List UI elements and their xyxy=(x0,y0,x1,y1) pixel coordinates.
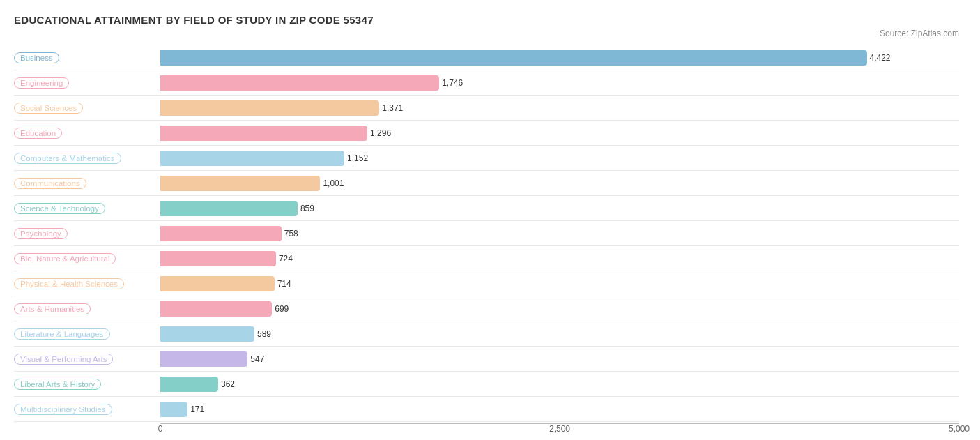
bar-fill xyxy=(160,226,282,241)
bar-label: Engineering xyxy=(14,77,160,89)
bar-container: 724 xyxy=(160,251,959,266)
bar-row: Communications1,001 xyxy=(14,171,959,196)
bar-fill xyxy=(160,377,218,392)
bar-row: Liberal Arts & History362 xyxy=(14,372,959,397)
bar-row: Physical & Health Sciences714 xyxy=(14,271,959,296)
bar-fill xyxy=(160,176,320,191)
bar-fill xyxy=(160,276,275,291)
x-axis-tick: 0 xyxy=(158,424,163,434)
bar-value-label: 171 xyxy=(187,404,204,414)
bar-value-label: 758 xyxy=(282,229,298,238)
bar-value-label: 714 xyxy=(275,279,291,289)
bar-label: Communications xyxy=(14,178,160,189)
bar-label: Liberal Arts & History xyxy=(14,379,160,390)
bar-label: Multidisciplinary Studies xyxy=(14,404,160,415)
bar-value-label: 859 xyxy=(298,204,314,213)
bar-container: 758 xyxy=(160,226,959,241)
bar-label: Computers & Mathematics xyxy=(14,153,160,164)
bar-container: 1,001 xyxy=(160,176,959,191)
bar-fill xyxy=(160,151,344,166)
bar-container: 1,296 xyxy=(160,126,959,141)
bar-row: Psychology758 xyxy=(14,221,959,246)
x-axis-tick: 5,000 xyxy=(949,424,970,434)
bar-fill xyxy=(160,126,367,141)
bar-container: 699 xyxy=(160,301,959,317)
bar-fill xyxy=(160,100,379,116)
bar-value-label: 1,001 xyxy=(320,179,344,188)
bar-label: Visual & Performing Arts xyxy=(14,354,160,365)
bar-row: Bio, Nature & Agricultural724 xyxy=(14,246,959,271)
chart-title: EDUCATIONAL ATTAINMENT BY FIELD OF STUDY… xyxy=(14,14,959,26)
bar-label: Education xyxy=(14,128,160,139)
bar-container: 171 xyxy=(160,402,959,417)
bar-label: Social Sciences xyxy=(14,103,160,114)
bar-fill xyxy=(160,351,247,367)
bar-row: Science & Technology859 xyxy=(14,196,959,221)
bar-value-label: 1,296 xyxy=(367,128,391,138)
bar-row: Business4,422 xyxy=(14,45,959,70)
bar-row: Social Sciences1,371 xyxy=(14,96,959,121)
x-axis: 02,5005,000 xyxy=(160,423,959,440)
bar-row: Visual & Performing Arts547 xyxy=(14,347,959,372)
bar-value-label: 1,152 xyxy=(344,153,368,163)
bar-label: Bio, Nature & Agricultural xyxy=(14,253,160,264)
bar-value-label: 724 xyxy=(276,254,293,264)
bar-label: Business xyxy=(14,52,160,63)
bar-row: Literature & Languages589 xyxy=(14,321,959,347)
bar-row: Education1,296 xyxy=(14,121,959,146)
bar-container: 547 xyxy=(160,351,959,367)
bar-container: 1,746 xyxy=(160,75,959,91)
bar-fill xyxy=(160,326,254,342)
x-axis-tick: 2,500 xyxy=(549,424,570,434)
chart-area: Business4,422Engineering1,746Social Scie… xyxy=(14,45,959,422)
source-line: Source: ZipAtlas.com xyxy=(14,29,959,38)
bar-row: Arts & Humanities699 xyxy=(14,296,959,321)
bar-label: Arts & Humanities xyxy=(14,303,160,314)
bar-container: 714 xyxy=(160,276,959,291)
bar-fill xyxy=(160,201,298,216)
bar-label: Psychology xyxy=(14,228,160,239)
bar-fill xyxy=(160,50,867,66)
bar-row: Computers & Mathematics1,152 xyxy=(14,146,959,171)
bar-value-label: 699 xyxy=(272,304,289,314)
bar-label: Literature & Languages xyxy=(14,328,160,340)
bar-container: 589 xyxy=(160,326,959,342)
bar-row: Engineering1,746 xyxy=(14,70,959,96)
bar-label: Science & Technology xyxy=(14,203,160,214)
bar-value-label: 547 xyxy=(247,354,264,364)
bar-fill xyxy=(160,402,187,417)
bar-fill xyxy=(160,251,276,266)
bar-label: Physical & Health Sciences xyxy=(14,278,160,289)
bar-row: Multidisciplinary Studies171 xyxy=(14,397,959,422)
bar-fill xyxy=(160,75,439,91)
bar-value-label: 362 xyxy=(218,379,235,389)
bar-container: 362 xyxy=(160,377,959,392)
bar-container: 4,422 xyxy=(160,50,959,66)
bar-fill xyxy=(160,301,272,317)
bar-value-label: 589 xyxy=(254,329,271,339)
bar-container: 1,371 xyxy=(160,100,959,116)
bar-value-label: 4,422 xyxy=(867,53,891,63)
bar-value-label: 1,371 xyxy=(379,103,403,113)
bar-container: 859 xyxy=(160,201,959,216)
bar-value-label: 1,746 xyxy=(439,78,463,88)
bar-container: 1,152 xyxy=(160,151,959,166)
